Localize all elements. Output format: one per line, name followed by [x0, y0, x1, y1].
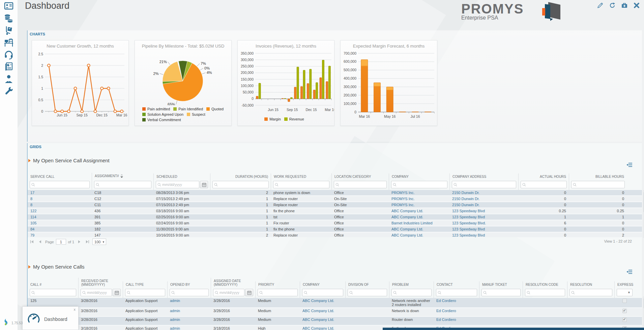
- sidebar-item-person[interactable]: [0, 73, 18, 85]
- filter-input[interactable]: [30, 181, 89, 188]
- column-header[interactable]: EXPRESS: [614, 281, 636, 288]
- table-row[interactable]: 3/28/2016Application Supportadmin3/28/20…: [28, 308, 642, 317]
- cell-link[interactable]: 123 Speedway Blvd: [452, 233, 485, 237]
- pager-first-button[interactable]: [29, 239, 35, 245]
- column-header[interactable]: ASSIGNMENT#: [92, 173, 153, 180]
- grid-menu-button[interactable]: [626, 162, 633, 168]
- filter-input[interactable]: [334, 181, 386, 188]
- cell-link[interactable]: ABC Company Ltd.: [302, 326, 334, 330]
- filter-input[interactable]: [213, 181, 268, 188]
- table-row[interactable]: 1253/28/2016Application Supportadmin3/28…: [28, 298, 642, 308]
- cell-link[interactable]: admin: [170, 318, 180, 322]
- cell-link[interactable]: admin: [170, 326, 180, 330]
- column-header[interactable]: SERVICE CALL: [28, 173, 92, 180]
- column-header[interactable]: RESOLUTION: [567, 281, 614, 288]
- column-header[interactable]: ASSIGNED DATE (MM/DD/YYYY): [211, 278, 255, 288]
- filter-input[interactable]: [273, 181, 329, 188]
- cell-link[interactable]: ABC Company Ltd.: [391, 215, 423, 219]
- cell-link[interactable]: PROMYS Inc.: [391, 191, 414, 195]
- cell-link[interactable]: ABC Company Ltd.: [302, 309, 334, 313]
- column-header[interactable]: RESOLUTION CODE: [523, 281, 567, 288]
- horizontal-scrollbar[interactable]: [383, 328, 644, 330]
- cell-link[interactable]: ABC Company Ltd.: [391, 227, 423, 231]
- filter-input[interactable]: [348, 289, 387, 296]
- cell-link[interactable]: 17: [30, 191, 34, 195]
- cell-link[interactable]: 8: [30, 203, 32, 207]
- filter-input[interactable]: [391, 181, 447, 188]
- column-header[interactable]: BILLABLE HOURS: [569, 173, 627, 180]
- filter-input[interactable]: [156, 181, 199, 188]
- column-header[interactable]: CALL #: [28, 281, 78, 288]
- cell-link[interactable]: Barnet Industries Limited: [391, 221, 433, 225]
- refresh-icon[interactable]: [609, 2, 616, 9]
- cell-link[interactable]: ABC Company Ltd.: [391, 209, 423, 213]
- calendar-button[interactable]: [200, 181, 208, 188]
- filter-input[interactable]: [94, 181, 151, 188]
- briefcase-add-icon[interactable]: [621, 2, 628, 9]
- pager-last-button[interactable]: [84, 239, 90, 245]
- filter-input[interactable]: [482, 289, 520, 296]
- column-header[interactable]: DIVISION OF: [345, 281, 389, 288]
- sidebar-item-contact-card[interactable]: [0, 0, 18, 12]
- filter-input[interactable]: [521, 181, 566, 188]
- column-header[interactable]: DURATION (HOURS): [210, 173, 271, 180]
- cell-link[interactable]: Ed Cordiero: [436, 309, 456, 313]
- filter-input[interactable]: [392, 289, 431, 296]
- express-checkbox[interactable]: [622, 299, 627, 303]
- table-row[interactable]: 17C1808/28/2013 3:06 pm2phone system is …: [28, 190, 642, 196]
- table-row[interactable]: 8418211/30/2015 9:00 am1fix the phoneOff…: [28, 226, 642, 232]
- table-row[interactable]: 10538502/24/2016 9:00 am1Fix routerOffic…: [28, 220, 642, 226]
- cell-link[interactable]: Ed Cordiero: [436, 318, 456, 322]
- cell-link[interactable]: 2150 Dunwin Dr.: [452, 203, 479, 207]
- column-header[interactable]: COMPANY ADDRESS: [449, 173, 518, 180]
- cell-link[interactable]: ABC Company Ltd.: [302, 318, 334, 322]
- filter-input[interactable]: [30, 289, 76, 296]
- cell-link[interactable]: ABC Company Ltd.: [391, 233, 423, 237]
- sort-icon[interactable]: [120, 174, 123, 178]
- edit-icon[interactable]: [597, 2, 604, 9]
- pager-next-button[interactable]: [76, 239, 82, 245]
- cell-link[interactable]: PROMYS Inc.: [391, 197, 414, 201]
- calendar-button[interactable]: [245, 289, 253, 296]
- column-header[interactable]: SCHEDULED: [153, 173, 210, 180]
- column-header[interactable]: COMPANY: [389, 173, 449, 180]
- filter-input[interactable]: [125, 289, 165, 296]
- express-checkbox[interactable]: [622, 309, 627, 313]
- filter-input[interactable]: [436, 289, 477, 296]
- filter-input[interactable]: [452, 181, 516, 188]
- table-row[interactable]: 11439102/25/2016 9:00 am1tstOfficeABC Co…: [28, 214, 642, 220]
- filter-input[interactable]: [302, 289, 343, 296]
- cell-link[interactable]: ABC Company Ltd.: [302, 299, 334, 303]
- grid-heading[interactable]: My Open Service Calls: [28, 264, 642, 270]
- cell-link[interactable]: 2150 Dunwin Dr.: [452, 197, 479, 201]
- grid-menu-button[interactable]: [626, 269, 633, 275]
- column-header[interactable]: RECEIVED DATE (MM/DD/YYYY): [78, 278, 123, 288]
- table-row[interactable]: 8C1107/15/2013 2:49 pm1Replace routerOn-…: [28, 202, 642, 208]
- table-row[interactable]: 8C1207/15/2013 2:49 pm1Replace routerOn-…: [28, 196, 642, 202]
- close-icon[interactable]: [633, 2, 640, 9]
- cell-link[interactable]: 8: [30, 197, 32, 201]
- cell-link[interactable]: 2150 Dunwin Dr.: [452, 191, 479, 195]
- table-row[interactable]: 3/28/2016Application Supportadmin3/28/20…: [28, 317, 642, 326]
- sidebar-item-headset[interactable]: [0, 49, 18, 61]
- filter-input[interactable]: [258, 289, 297, 296]
- sidebar-item-workstation[interactable]: [0, 36, 18, 49]
- popup-close-button[interactable]: x: [74, 307, 76, 311]
- column-header[interactable]: LOCATION CATEGORY: [331, 173, 389, 180]
- column-header[interactable]: MANUF TICKET: [479, 281, 523, 288]
- cell-link[interactable]: Ed Cordiero: [436, 299, 456, 303]
- column-header[interactable]: ACTUAL HOURS: [518, 173, 569, 180]
- sidebar-item-wrench[interactable]: [0, 85, 18, 97]
- cell-link[interactable]: 79: [30, 233, 34, 237]
- cell-link[interactable]: 123 Speedway Blvd: [452, 227, 485, 231]
- column-header[interactable]: OPENED BY: [167, 281, 211, 288]
- sidebar-item-hand-truck[interactable]: [0, 24, 18, 36]
- filter-input[interactable]: [572, 181, 624, 188]
- cell-link[interactable]: 84: [30, 227, 34, 231]
- column-header[interactable]: WORK REQUESTED: [271, 173, 331, 180]
- filter-input[interactable]: [525, 289, 565, 296]
- filter-input[interactable]: [570, 289, 612, 296]
- cell-link[interactable]: 114: [30, 215, 36, 219]
- cell-link[interactable]: admin: [170, 309, 180, 313]
- sidebar-item-report[interactable]: [0, 61, 18, 73]
